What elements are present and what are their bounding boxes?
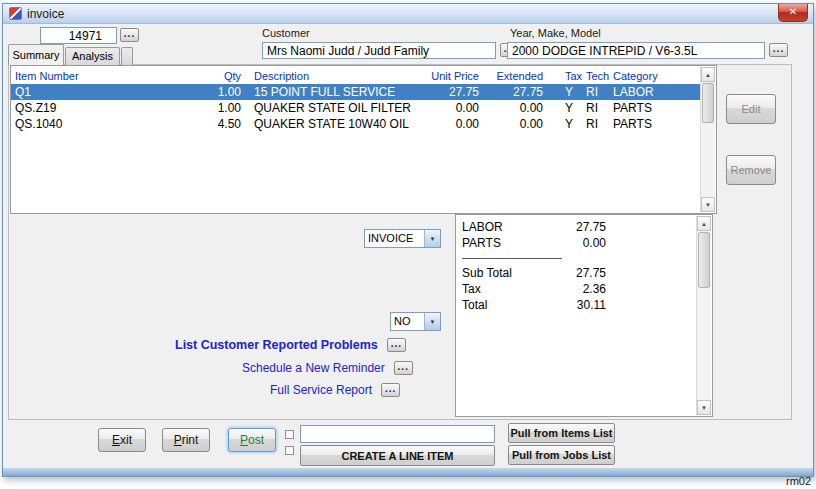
cell-item-number: Q1 bbox=[11, 84, 187, 100]
subtotal-label: Sub Total bbox=[462, 265, 562, 281]
totals-line-label: PARTS bbox=[462, 235, 562, 251]
job-type-combobox[interactable]: INVOICE ▼ bbox=[364, 229, 441, 248]
invoice-id-field[interactable] bbox=[40, 27, 117, 44]
vehicle-browse-button[interactable]: ... bbox=[769, 43, 788, 57]
tab-analysis[interactable]: Analysis bbox=[65, 47, 120, 65]
customer-problems-link[interactable]: List Customer Reported Problems bbox=[175, 338, 378, 352]
cell-category: LABOR bbox=[611, 84, 701, 100]
column-header: Unit Price bbox=[431, 66, 479, 84]
cell-qty: 1.00 bbox=[187, 84, 241, 100]
grid-header-row: Item Number Qty Description Unit Price E… bbox=[11, 66, 701, 84]
column-header: Category bbox=[611, 66, 701, 84]
table-row[interactable]: QS.1040 4.50 QUAKER STATE 10W40 OIL 0.00… bbox=[11, 116, 701, 132]
scroll-thumb[interactable] bbox=[698, 232, 710, 288]
scroll-up-icon: ▲ bbox=[701, 221, 707, 227]
client-area: ... Customer ... Year, Make, Model ... S… bbox=[3, 24, 813, 476]
vehicle-field[interactable] bbox=[507, 42, 765, 59]
cell-tech: RI bbox=[585, 100, 611, 116]
scroll-up-button[interactable]: ▲ bbox=[701, 67, 715, 82]
cell-tax: Y bbox=[547, 116, 585, 132]
titlebar[interactable]: invoice ✕ bbox=[3, 4, 813, 24]
edit-button[interactable]: Edit bbox=[726, 94, 776, 124]
cell-item-number: QS.Z19 bbox=[11, 100, 187, 116]
cell-qty: 1.00 bbox=[187, 100, 241, 116]
tab-stub[interactable] bbox=[121, 47, 133, 65]
customer-field[interactable] bbox=[262, 42, 496, 59]
chevron-down-icon: ▼ bbox=[430, 236, 436, 242]
indicator-bottom[interactable] bbox=[285, 446, 294, 455]
invoice-window: invoice ✕ ... Customer ... Year, Make, M… bbox=[2, 3, 814, 477]
scroll-down-button[interactable]: ▼ bbox=[701, 197, 715, 212]
watermark: rm02 bbox=[786, 475, 811, 487]
tax-line: Tax 2.36 bbox=[456, 281, 696, 297]
indicator-top[interactable] bbox=[285, 430, 294, 439]
totals-line-value: 0.00 bbox=[562, 235, 606, 251]
job-type-value: INVOICE bbox=[365, 230, 424, 247]
totals-scrollbar[interactable]: ▲ ▼ bbox=[696, 216, 711, 415]
totals-content: LABOR 27.75 PARTS 0.00 Sub Total 27.75 T… bbox=[456, 219, 696, 313]
cell-tax: Y bbox=[547, 84, 585, 100]
cell-category: PARTS bbox=[611, 116, 701, 132]
column-header: Description bbox=[241, 66, 431, 84]
remove-button[interactable]: Remove bbox=[726, 155, 776, 185]
chevron-down-icon: ▼ bbox=[430, 319, 436, 325]
post-button[interactable]: Post bbox=[228, 428, 276, 452]
tab-summary[interactable]: Summary bbox=[8, 44, 64, 65]
job-type-dropdown-button[interactable]: ▼ bbox=[424, 230, 440, 247]
totals-line: PARTS 0.00 bbox=[456, 235, 696, 251]
link-row: Full Service Report ... bbox=[270, 383, 400, 397]
scroll-up-icon: ▲ bbox=[705, 72, 711, 78]
table-row[interactable]: QS.Z19 1.00 QUAKER STATE OIL FILTER 0.00… bbox=[11, 100, 701, 116]
line-items-grid: Item Number Qty Description Unit Price E… bbox=[10, 65, 717, 214]
cell-extended: 27.75 bbox=[479, 84, 547, 100]
link-row: Schedule a New Reminder ... bbox=[242, 361, 413, 375]
tax-label: Tax bbox=[462, 281, 562, 297]
close-button[interactable]: ✕ bbox=[778, 4, 808, 22]
cell-description: QUAKER STATE 10W40 OIL bbox=[241, 116, 431, 132]
invoice-id-browse-button[interactable]: ... bbox=[120, 28, 139, 42]
scroll-down-button[interactable]: ▼ bbox=[697, 400, 711, 415]
schedule-reminder-link[interactable]: Schedule a New Reminder bbox=[242, 361, 385, 375]
totals-line: LABOR 27.75 bbox=[456, 219, 696, 235]
scroll-up-button[interactable]: ▲ bbox=[697, 216, 711, 231]
vehicle-label: Year, Make, Model bbox=[510, 27, 601, 39]
create-line-item-button[interactable]: CREATE A LINE ITEM bbox=[300, 445, 495, 466]
print-button[interactable]: Print bbox=[162, 428, 210, 452]
exit-button[interactable]: Exit bbox=[98, 428, 146, 452]
cell-tech: RI bbox=[585, 84, 611, 100]
totals-panel: LABOR 27.75 PARTS 0.00 Sub Total 27.75 T… bbox=[455, 214, 713, 417]
total-line: Total 30.11 bbox=[456, 297, 696, 313]
chevron-down-button[interactable]: ▼ bbox=[424, 313, 440, 330]
column-header: Extended bbox=[479, 66, 547, 84]
cell-description: 15 POINT FULL SERVICE bbox=[241, 84, 431, 100]
customer-problems-browse-button[interactable]: ... bbox=[387, 338, 406, 352]
scroll-down-icon: ▼ bbox=[701, 405, 707, 411]
column-header: Tax bbox=[547, 66, 585, 84]
app-icon bbox=[9, 7, 22, 20]
customer-label: Customer bbox=[262, 27, 310, 39]
schedule-reminder-browse-button[interactable]: ... bbox=[394, 361, 413, 375]
column-header: Item Number bbox=[11, 66, 187, 84]
line-item-input[interactable] bbox=[300, 425, 495, 443]
column-header: Qty bbox=[187, 66, 241, 84]
grid-scrollbar[interactable]: ▲ ▼ bbox=[700, 67, 715, 212]
cell-extended: 0.00 bbox=[479, 100, 547, 116]
link-row: List Customer Reported Problems ... bbox=[175, 338, 406, 352]
pull-from-items-list-button[interactable]: Pull from Items List bbox=[508, 423, 615, 443]
cell-unit-price: 27.75 bbox=[431, 84, 479, 100]
tax-value: 2.36 bbox=[562, 281, 606, 297]
window-bottom-frame bbox=[3, 468, 813, 476]
full-service-report-link[interactable]: Full Service Report bbox=[270, 383, 372, 397]
haz-waste-combobox[interactable]: NO ▼ bbox=[390, 312, 441, 331]
total-value: 30.11 bbox=[562, 297, 606, 313]
pull-from-jobs-list-button[interactable]: Pull from Jobs List bbox=[508, 445, 615, 465]
subtotal-value: 27.75 bbox=[562, 265, 606, 281]
totals-line-label: LABOR bbox=[462, 219, 562, 235]
window-title: invoice bbox=[27, 7, 64, 21]
cell-unit-price: 0.00 bbox=[431, 116, 479, 132]
cell-category: PARTS bbox=[611, 100, 701, 116]
scroll-thumb[interactable] bbox=[702, 83, 714, 123]
cell-description: QUAKER STATE OIL FILTER bbox=[241, 100, 431, 116]
table-row[interactable]: Q1 1.00 15 POINT FULL SERVICE 27.75 27.7… bbox=[11, 84, 701, 100]
full-service-report-browse-button[interactable]: ... bbox=[381, 383, 400, 397]
